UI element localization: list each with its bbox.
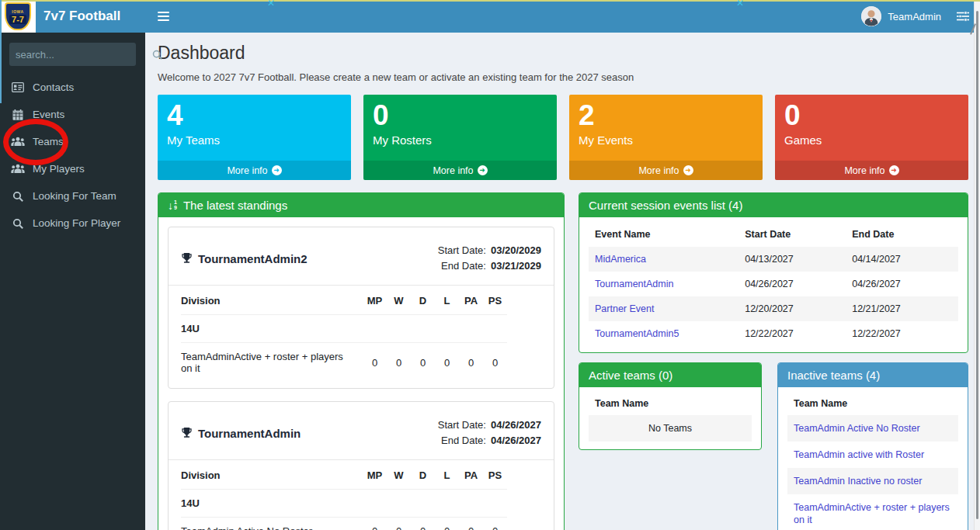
stat-label: Games [775,132,968,147]
contacts-icon [11,82,25,92]
event-link[interactable]: MidAmerica [595,254,745,265]
division-row: 14U [181,315,507,343]
events-panel-header: Current session events list (4) [579,193,968,217]
event-end-date: 04/26/2027 [852,279,952,289]
arrow-circle-right-icon: ➜ [272,165,282,175]
app-root: IOWA 7-7 7v7 Football Contacts [0,0,980,530]
start-date-value: 04/26/2027 [491,417,541,433]
sidebar-item-looking-for-team[interactable]: Looking For Team [0,182,145,210]
standings-table: Division MP W D L PA PS [169,460,554,530]
col-w: W [387,469,411,481]
sidebar-item-looking-for-player[interactable]: Looking For Player [0,210,145,237]
stat-value: 0 [775,95,968,132]
crest-text-mid: 7-7 [9,15,26,24]
app-logo[interactable]: IOWA 7-7 7v7 Football [0,0,145,33]
start-date-label: Start Date: [438,243,486,258]
col-mp: MP [363,469,387,481]
tournament-card: TournamentAdmin Start Date:04/26/2027 En… [168,401,554,530]
sidebar-toggle-button[interactable] [155,9,172,24]
event-link[interactable]: Partner Event [595,303,745,314]
arrow-circle-right-icon: ➜ [478,165,488,175]
annotation-handle-icon: ✕ [267,0,275,9]
right-column: Current session events list (4) Event Na… [579,192,968,530]
event-end-date: 12/22/2027 [852,328,952,339]
more-info-link[interactable]: More info➜ [775,161,968,180]
event-end-date: 12/21/2027 [852,303,952,314]
stat-cell: 0 [363,525,387,530]
arrow-circle-right-icon: ➜ [889,165,899,175]
stat-cell: 0 [363,357,387,369]
more-info-link[interactable]: More info➜ [158,161,351,180]
standings-body: TournamentAdmin2 Start Date:03/20/2029 E… [158,217,564,530]
event-start-date: 04/13/2027 [745,254,852,265]
team-link[interactable]: TeamAdmin active with Roster [794,449,924,460]
annotation-top-line [0,0,980,2]
event-row: TournamentAdmin 04/26/2027 04/26/2027 [589,272,958,296]
more-info-label: More info [227,165,267,176]
welcome-text: Welcome to 2027 7v7 Football. Please cre… [158,71,968,83]
main-area: TeamAdmin Dashboard Welcome to 2027 7v7 … [145,0,980,530]
stat-cell: 0 [387,525,411,530]
stat-label: My Rosters [363,132,557,147]
col-pa: PA [459,295,483,307]
active-teams-table: Team Name No Teams [579,387,761,449]
event-link[interactable]: TournamentAdmin5 [595,328,745,339]
tournament-card: TournamentAdmin2 Start Date:03/20/2029 E… [168,227,554,389]
col-pa: PA [459,469,483,481]
page-scrollbar[interactable] [974,0,980,530]
search-input[interactable] [16,49,152,61]
annotation-left-line [0,0,2,103]
stat-value: 0 [363,95,557,132]
control-sidebar-toggle-icon[interactable] [957,11,969,22]
col-mp: MP [363,295,387,307]
col-division: Division [181,295,363,307]
sidebar-item-contacts[interactable]: Contacts [0,74,145,101]
col-event-name: Event Name [595,229,745,240]
end-date-label: End Date: [441,258,486,274]
end-date-value: 04/26/2027 [491,433,541,449]
stat-card-my-events: 2 My Events More info➜ [569,95,763,180]
team-link[interactable]: TeamAdmin Inactive no roster [794,476,922,487]
stat-label: My Teams [158,132,351,147]
app-logo-icon: IOWA 7-7 [0,0,36,33]
team-row: TeamAdminActive + roster + players on it… [181,343,507,382]
event-row: Partner Event 12/20/2027 12/21/2027 [589,296,958,321]
content: Dashboard Welcome to 2027 7v7 Football. … [145,33,980,530]
event-end-date: 04/14/2027 [852,254,952,265]
stat-cell: 0 [483,525,507,530]
end-date-value: 03/21/2029 [491,258,541,274]
crest-text-top: IOWA [12,9,23,14]
tournament-name: TournamentAdmin2 [181,252,308,265]
standings-panel: ↓19 The latest standings TournamentAdmin… [158,192,565,530]
col-l: L [435,295,459,307]
more-info-label: More info [433,165,473,176]
tournament-dates: Start Date:04/26/2027 End Date:04/26/202… [438,417,541,449]
user-menu[interactable]: TeamAdmin [861,6,941,26]
standings-panel-title: The latest standings [183,199,287,212]
topbar-right: TeamAdmin [861,6,969,26]
stat-card-my-rosters: 0 My Rosters More info➜ [363,95,557,180]
event-link[interactable]: TournamentAdmin [595,279,745,289]
more-info-link[interactable]: More info➜ [569,161,763,180]
more-info-link[interactable]: More info➜ [363,161,557,180]
team-link[interactable]: TeamAdmin Active No Roster [794,423,920,434]
stat-cell: 0 [483,357,507,369]
tournament-name: TournamentAdmin [181,427,301,440]
tournament-card-header: TournamentAdmin2 Start Date:03/20/2029 E… [169,227,554,286]
crest-shield: IOWA 7-7 [5,2,31,30]
events-panel: Current session events list (4) Event Na… [579,192,968,353]
col-l: L [435,469,459,481]
trophy-icon [181,253,193,264]
event-row: TournamentAdmin5 12/22/2027 12/22/2027 [589,321,958,346]
standings-table-header: Division MP W D L PA PS [181,462,507,490]
scrollbar-thumb[interactable] [976,11,978,519]
team-link[interactable]: TeamAdminActive + roster + players on it [794,502,950,525]
col-w: W [387,295,411,307]
team-row: TeamAdmin Active No Roster [787,415,958,442]
active-teams-title: Active teams (0) [589,369,672,382]
col-team-name: Team Name [589,392,752,415]
events-table-header: Event Name Start Date End Date [589,222,958,247]
tournament-name-label: TournamentAdmin [198,427,301,440]
search-icon[interactable] [152,50,162,60]
sidebar-item-label: Contacts [33,81,74,93]
